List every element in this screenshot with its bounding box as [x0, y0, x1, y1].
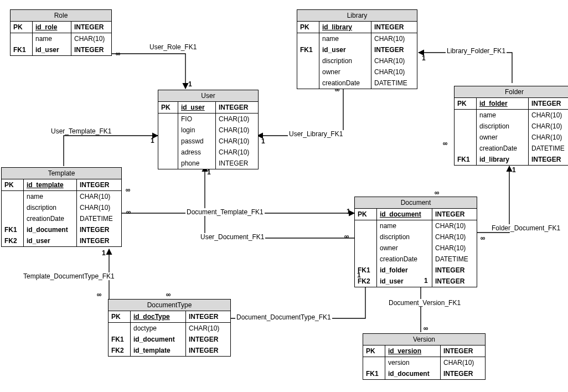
attr-key: [2, 213, 24, 224]
entity-title: Version: [363, 334, 485, 345]
attr-type: CHAR(10): [71, 33, 111, 44]
attr-key: [297, 33, 319, 44]
pk-type: INTEGER: [216, 102, 258, 113]
attr-name: adress: [178, 147, 216, 158]
attr-type: INTEGER: [77, 235, 121, 246]
rel-user-document: User_Document_FK1: [199, 233, 265, 241]
attr-name: name: [319, 33, 371, 44]
attr-key: [158, 136, 178, 147]
attr-name: discription: [319, 55, 371, 66]
attr-type: CHAR(10): [371, 55, 417, 66]
pk-name: id_library: [319, 22, 371, 33]
card-many: ∞: [443, 140, 448, 147]
pk-name: id_role: [33, 22, 71, 33]
attr-name: id_template: [131, 345, 186, 356]
attr-type: INTEGER: [77, 224, 121, 235]
rel-template-doctype: Template_DocumentType_FK1: [22, 272, 116, 280]
attr-key: [455, 143, 477, 154]
attr-type: DATETIME: [77, 213, 121, 224]
entity-title: DocumentType: [109, 300, 230, 311]
pk-key: PK: [158, 102, 178, 113]
attr-name: creationDate: [319, 78, 371, 89]
card-many: ∞: [344, 233, 349, 240]
entity-title: Template: [2, 168, 121, 179]
attr-type: DATETIME: [432, 254, 477, 265]
er-diagram: Role PK id_role INTEGER name CHAR(10) FK…: [0, 0, 568, 392]
attr-key: [2, 202, 24, 213]
attr-key: FK2: [2, 235, 24, 246]
attr-name: id_user: [24, 235, 77, 246]
card-many: ∞: [116, 50, 121, 58]
entity-library: Library PK id_library INTEGER name CHAR(…: [297, 9, 417, 89]
card-one: 1: [188, 80, 192, 88]
attr-key: [355, 220, 377, 231]
pk-name: id_user: [178, 102, 216, 113]
attr-name: phone: [178, 158, 216, 169]
pk-name: id_docType: [131, 311, 186, 322]
entity-document: Document PK id_document INTEGER name CHA…: [354, 197, 477, 287]
pk-key: PK: [355, 209, 377, 220]
attr-name: creationDate: [477, 143, 529, 154]
attr-key: [158, 158, 178, 169]
card-many: ∞: [335, 86, 340, 94]
card-many: ∞: [126, 208, 131, 216]
rel-document-template: Document_Template_FK1: [185, 208, 265, 216]
attr-name: FIO: [178, 113, 216, 125]
rel-user-role: User_Role_FK1: [148, 43, 198, 51]
attr-name: id_document: [385, 368, 441, 379]
attr-key: [11, 33, 33, 44]
rel-library-folder: Library_Folder_FK1: [446, 47, 507, 55]
pk-key: PK: [363, 345, 385, 357]
attr-type: CHAR(10): [216, 147, 258, 158]
card-one: 1: [261, 137, 265, 145]
attr-key: FK1: [11, 44, 33, 55]
attr-key: [158, 147, 178, 158]
attr-type: INTEGER: [441, 368, 485, 379]
attr-key: [158, 125, 178, 136]
attr-name: owner: [319, 66, 371, 78]
entity-version: Version PK id_version INTEGER version CH…: [363, 333, 486, 380]
entity-title: Document: [355, 197, 477, 209]
attr-name: id_library: [477, 154, 529, 165]
attr-type: CHAR(10): [529, 132, 568, 143]
attr-key: FK1: [2, 224, 24, 235]
card-one: 1: [357, 271, 361, 279]
attr-key: [297, 78, 319, 89]
attr-name: name: [377, 220, 432, 231]
attr-name: creationDate: [24, 213, 77, 224]
rel-user-template: User_Template_FK1: [50, 127, 112, 135]
attr-type: INTEGER: [71, 44, 111, 55]
attr-type: DATETIME: [529, 143, 568, 154]
attr-key: [158, 113, 178, 125]
pk-type: INTEGER: [71, 22, 111, 33]
attr-type: CHAR(10): [371, 66, 417, 78]
pk-name: id_version: [385, 345, 441, 357]
attr-name: version: [385, 357, 441, 368]
attr-name: discription: [377, 231, 432, 243]
attr-key: [297, 66, 319, 78]
attr-type: CHAR(10): [216, 136, 258, 147]
entity-title: Folder: [455, 86, 568, 98]
attr-name: name: [24, 190, 77, 202]
entity-user: User PK id_user INTEGER FIO CHAR(10) log…: [158, 90, 259, 169]
entity-role: Role PK id_role INTEGER name CHAR(10) FK…: [10, 9, 112, 56]
card-one: 1: [422, 54, 426, 62]
card-many: ∞: [481, 234, 486, 242]
attr-type: INTEGER: [371, 44, 417, 55]
attr-type: CHAR(10): [186, 322, 230, 334]
attr-key: [455, 121, 477, 132]
attr-type: INTEGER: [186, 345, 230, 356]
attr-key: FK2: [109, 345, 131, 356]
attr-key: FK1: [109, 334, 131, 345]
pk-type: INTEGER: [441, 345, 485, 357]
attr-name: discription: [477, 121, 529, 132]
card-one: 1: [207, 168, 211, 176]
card-one: 1: [347, 208, 350, 215]
card-many: ∞: [166, 291, 171, 298]
rel-user-library: User_Library_FK1: [288, 130, 344, 138]
pk-key: PK: [2, 179, 24, 190]
attr-name: id_document: [131, 334, 186, 345]
pk-key: PK: [109, 311, 131, 322]
pk-name: id_folder: [477, 98, 529, 109]
pk-key: PK: [11, 22, 33, 33]
